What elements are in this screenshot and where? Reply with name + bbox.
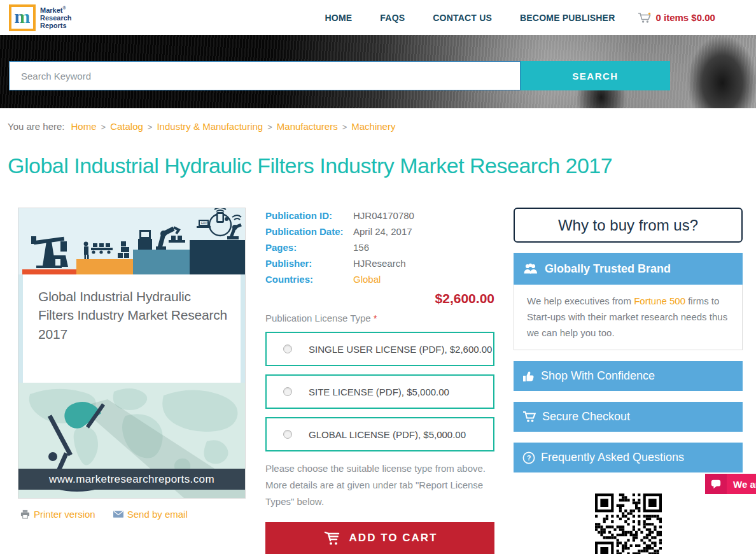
live-chat-widget[interactable]: We ar xyxy=(705,474,756,494)
hero-banner: SEARCH xyxy=(0,35,756,108)
svg-text:?: ? xyxy=(527,454,531,462)
chat-label: We ar xyxy=(727,479,756,490)
header-cart[interactable]: 0 items $0.00 xyxy=(638,12,715,24)
countries-value-link[interactable]: Global xyxy=(353,274,381,285)
main-nav: HOME FAQS CONTACT US BECOME PUBLISHER xyxy=(325,13,615,23)
logo-line2: Research xyxy=(40,14,72,22)
breadcrumb-separator: > xyxy=(267,122,272,132)
purchase-column: Publication ID: HJR04170780 Publication … xyxy=(265,208,494,554)
breadcrumb: You are here:Home>Catalog>Industry & Man… xyxy=(8,121,756,132)
publisher-value: HJResearch xyxy=(353,258,406,269)
breadcrumb-separator: > xyxy=(101,122,106,132)
cover-map-section: www.marketresearchreports.com xyxy=(18,383,245,498)
breadcrumb-separator: > xyxy=(342,122,347,132)
globally-trusted-brand-header[interactable]: Globally Trusted Brand xyxy=(514,253,743,285)
license-note: Please choose the suitable license type … xyxy=(265,460,489,510)
logo-letter: m xyxy=(15,7,31,26)
trusted-body-text: We help executives from xyxy=(527,295,634,306)
breadcrumb-separator: > xyxy=(148,122,153,132)
svg-text:ERP: ERP xyxy=(201,222,207,225)
chat-icon-box xyxy=(705,474,727,494)
breadcrumb-industry-manufacturing[interactable]: Industry & Manufacturing xyxy=(157,121,263,132)
logo-mark: m xyxy=(9,4,36,31)
nav-contact-us[interactable]: CONTACT US xyxy=(433,13,492,23)
nav-home[interactable]: HOME xyxy=(325,13,353,23)
cover-title-area: Global Industrial Hydraulic Filters Indu… xyxy=(18,274,245,383)
email-icon xyxy=(113,511,123,518)
printer-version-label: Printer version xyxy=(34,509,95,520)
report-cover-image: ERP Global Industrial Hydraulic Filters … xyxy=(18,208,246,499)
radio-site[interactable] xyxy=(283,387,292,396)
add-to-cart-label: ADD TO CART xyxy=(349,532,438,544)
page-title: Global Industrial Hydraulic Filters Indu… xyxy=(8,153,756,178)
publication-id-value: HJR04170780 xyxy=(353,210,414,221)
printer-icon xyxy=(20,509,30,519)
pages-row: Pages: 156 xyxy=(265,239,494,255)
publication-details: Publication ID: HJR04170780 Publication … xyxy=(265,208,494,287)
publication-id-label: Publication ID: xyxy=(265,210,353,221)
qr-code xyxy=(595,494,662,554)
cover-industry-illustration: ERP xyxy=(18,208,245,274)
search-button[interactable]: SEARCH xyxy=(521,61,670,90)
logo-wordmark: Market® Research Reports xyxy=(40,4,72,31)
required-asterisk: * xyxy=(374,313,377,323)
logo-line3: Reports xyxy=(40,22,72,30)
printer-version-link[interactable]: Printer version xyxy=(20,509,95,520)
registered-mark: ® xyxy=(62,6,66,10)
send-by-email-label: Send by email xyxy=(127,509,188,520)
add-to-cart-button[interactable]: ADD TO CART xyxy=(265,522,494,554)
add-to-cart-icon xyxy=(323,530,342,546)
shop-with-confidence-bar[interactable]: Shop With Confidence xyxy=(514,361,743,391)
globally-trusted-brand-body: We help executives from Fortune 500 firm… xyxy=(514,285,743,350)
search-bar: SEARCH xyxy=(9,61,670,90)
why-buy-heading: Why to buy from us? xyxy=(514,208,743,243)
faq-bar[interactable]: ? Frequently Asked Questions xyxy=(514,443,743,472)
license-option-single-user[interactable]: SINGLE USER LICENSE (PDF), $2,600.00 xyxy=(265,332,494,366)
nav-faqs[interactable]: FAQS xyxy=(380,13,405,23)
breadcrumb-home[interactable]: Home xyxy=(71,121,97,132)
countries-label: Countries: xyxy=(265,274,353,285)
publication-date-value: April 24, 2017 xyxy=(353,226,412,237)
cart-amount: 0 items $0.00 xyxy=(655,12,715,23)
secure-cart-icon xyxy=(522,411,536,423)
fortune-500-link[interactable]: Fortune 500 xyxy=(634,295,685,306)
cover-title: Global Industrial Hydraulic Filters Indu… xyxy=(38,287,229,343)
breadcrumb-catalog[interactable]: Catalog xyxy=(110,121,143,132)
shop-with-confidence-label: Shop With Confidence xyxy=(541,369,655,383)
secure-checkout-bar[interactable]: Secure Checkout xyxy=(514,402,743,432)
secure-checkout-label: Secure Checkout xyxy=(542,410,630,423)
share-links: Printer version Send by email xyxy=(20,509,246,520)
logo-line1: Market xyxy=(40,6,62,13)
search-input[interactable] xyxy=(9,61,521,90)
license-option-label: GLOBAL LICENSE (PDF), $5,000.00 xyxy=(309,429,466,440)
radio-global[interactable] xyxy=(283,430,292,439)
question-circle-icon: ? xyxy=(522,451,535,464)
pages-value: 156 xyxy=(353,242,369,253)
publication-date-label: Publication Date: xyxy=(265,226,353,237)
cover-url-bar: www.marketresearchreports.com xyxy=(18,469,245,490)
license-type-label-text: Publication License Type xyxy=(265,313,371,323)
pages-label: Pages: xyxy=(265,242,353,253)
cart-icon xyxy=(638,12,652,24)
faq-label: Frequently Asked Questions xyxy=(541,451,684,464)
globally-trusted-brand-label: Globally Trusted Brand xyxy=(545,262,671,276)
breadcrumb-machinery[interactable]: Machinery xyxy=(351,121,395,132)
license-option-label: SITE LICENSE (PDF), $5,000.00 xyxy=(309,387,449,397)
report-cover-column: ERP Global Industrial Hydraulic Filters … xyxy=(18,208,246,554)
publisher-row: Publisher: HJResearch xyxy=(265,255,494,271)
top-header: m Market® Research Reports HOME FAQS CON… xyxy=(0,0,756,35)
send-by-email-link[interactable]: Send by email xyxy=(113,509,188,520)
license-option-global[interactable]: GLOBAL LICENSE (PDF), $5,000.00 xyxy=(265,417,494,451)
nav-become-publisher[interactable]: BECOME PUBLISHER xyxy=(520,13,615,23)
license-option-site[interactable]: SITE LICENSE (PDF), $5,000.00 xyxy=(265,374,494,409)
publisher-label: Publisher: xyxy=(265,258,353,269)
license-option-label: SINGLE USER LICENSE (PDF), $2,600.00 xyxy=(309,344,492,355)
thumbs-up-icon xyxy=(522,370,535,383)
why-buy-sidebar: Why to buy from us? Globally Trusted Bra… xyxy=(514,208,743,554)
publication-id-row: Publication ID: HJR04170780 xyxy=(265,208,494,224)
site-logo[interactable]: m Market® Research Reports xyxy=(9,4,72,31)
breadcrumb-manufacturers[interactable]: Manufacturers xyxy=(277,121,338,132)
price: $2,600.00 xyxy=(265,291,494,306)
users-group-icon xyxy=(522,263,539,275)
radio-single-user[interactable] xyxy=(283,344,292,353)
